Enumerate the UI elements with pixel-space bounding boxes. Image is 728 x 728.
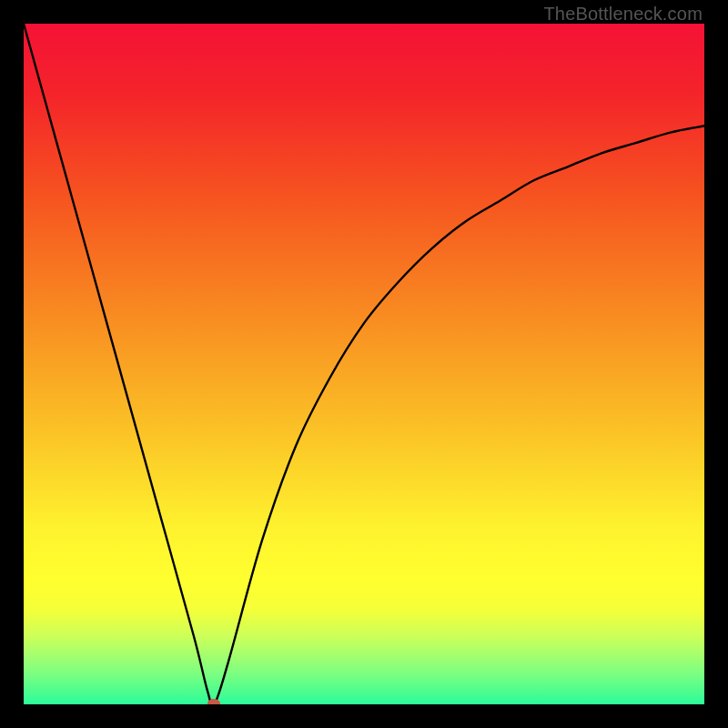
bottleneck-curve [24, 24, 704, 704]
optimal-point-marker [207, 699, 220, 704]
chart-frame: TheBottleneck.com [0, 0, 728, 728]
plot-area [24, 24, 704, 704]
watermark-text: TheBottleneck.com [543, 4, 703, 25]
